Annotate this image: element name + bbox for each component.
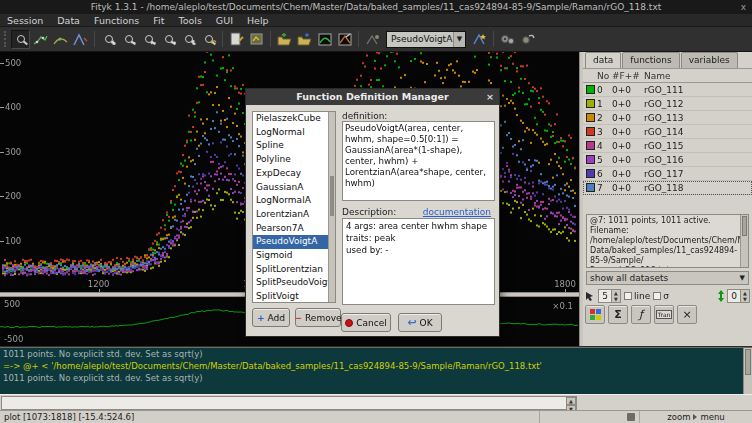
zoom-right-button[interactable]: →: [159, 30, 178, 49]
console-scrollbar[interactable]: [743, 348, 752, 394]
function-edit-button[interactable]: ƒ: [631, 305, 651, 324]
auto-add-peak-button-disabled[interactable]: [363, 30, 382, 49]
edit-script-button[interactable]: [227, 30, 246, 49]
transform-data-button[interactable]: Tran: [654, 305, 674, 324]
point-size-spinner[interactable]: 5 ▲▼: [598, 289, 621, 303]
command-history-spinner[interactable]: ▲▼: [566, 397, 576, 409]
function-list-item[interactable]: LogNormalA: [253, 194, 335, 208]
dialog-close-button[interactable]: ×: [486, 89, 494, 105]
info-scrollbar-thumb[interactable]: [742, 216, 747, 236]
function-type-list[interactable]: PielaszekCubeLogNormalSplinePolylineExpD…: [252, 111, 336, 303]
menu-item-gui[interactable]: GUI: [209, 14, 240, 27]
dialog-title: Function Definition Manager: [296, 91, 448, 102]
window-close-button[interactable]: x: [741, 0, 746, 14]
documentation-link[interactable]: documentation: [423, 207, 491, 217]
menu-item-tools[interactable]: Tools: [171, 14, 208, 27]
combo-dropdown-arrow-icon[interactable]: ▼: [453, 32, 465, 47]
dataset-fcount: 0+0: [612, 169, 644, 179]
sigma-checkbox[interactable]: σ: [653, 291, 669, 301]
line-checkbox-box[interactable]: [624, 292, 632, 300]
function-list-item[interactable]: GaussianA: [253, 181, 335, 195]
table-row[interactable]: 50+0rGO_116: [583, 153, 752, 167]
add-peak-button[interactable]: [470, 30, 489, 49]
table-row[interactable]: 30+0rGO_114: [583, 125, 752, 139]
command-input[interactable]: [1, 396, 577, 410]
function-type-combo[interactable]: PseudoVoigtA ▼: [386, 31, 466, 48]
function-list-item[interactable]: LorentzianA: [253, 208, 335, 222]
history-up-icon[interactable]: ▲: [566, 397, 576, 405]
tab-functions[interactable]: functions: [622, 52, 679, 68]
table-row[interactable]: 60+0rGO_117: [583, 167, 752, 181]
function-list-item[interactable]: LogNormal: [253, 126, 335, 140]
ok-button[interactable]: ↩OK: [398, 313, 442, 332]
zoom-previous-button[interactable]: ↶: [199, 30, 218, 49]
fit-undo-button[interactable]: [518, 30, 537, 49]
spin-down-icon[interactable]: ▼: [741, 296, 749, 302]
cancel-button[interactable]: Cancel: [341, 313, 391, 332]
function-list-item[interactable]: SplitVoigt: [253, 290, 335, 303]
menu-item-fit[interactable]: Fit: [146, 14, 171, 27]
tab-variables[interactable]: variables: [681, 52, 738, 68]
menu-item-data[interactable]: Data: [50, 14, 87, 27]
table-row[interactable]: 20+0rGO_113: [583, 111, 752, 125]
color-grid-icon: [590, 309, 601, 320]
dataset-colors-button[interactable]: [585, 305, 605, 324]
definition-textarea[interactable]: PseudoVoigtA(area, center, hwhm, shape=0…: [342, 121, 495, 201]
status-menu-label[interactable]: menu: [700, 412, 724, 422]
function-list-scrollbar[interactable]: [328, 112, 335, 302]
status-bar: plot [1073:1818] [-15.4:524.6] zoom menu: [0, 410, 752, 423]
table-row[interactable]: 00+0rGO_111: [583, 83, 752, 97]
function-list-item[interactable]: Polyline: [253, 153, 335, 167]
shift-spinner[interactable]: 0 ▲▼: [727, 289, 750, 303]
tab-data[interactable]: data: [585, 52, 621, 68]
function-list-item[interactable]: Pearson7A: [253, 222, 335, 236]
add-function-button[interactable]: +Add: [252, 308, 290, 327]
output-console[interactable]: 1011 points. No explicit std. dev. Set a…: [0, 347, 752, 394]
plot-settings-button[interactable]: [315, 30, 334, 49]
zoom-left-button[interactable]: ←: [139, 30, 158, 49]
info-scrollbar[interactable]: [740, 215, 748, 267]
zoom-in-button[interactable]: +: [99, 30, 118, 49]
spin-down-icon[interactable]: ▼: [612, 296, 620, 302]
zoom-mode-button[interactable]: [11, 30, 30, 49]
function-list-item[interactable]: PseudoVoigtA: [253, 235, 335, 249]
sum-datasets-button[interactable]: Σ: [608, 305, 628, 324]
delete-dataset-button[interactable]: ×: [677, 305, 697, 324]
mouse-hint-icon: [627, 413, 635, 421]
table-row[interactable]: 70+0rGO_118: [583, 181, 752, 195]
datasets-view-dropdown[interactable]: show all datasets ▼: [586, 271, 749, 285]
menu-item-help[interactable]: Help: [240, 14, 276, 27]
info-line: Data/baked_samples/11_cas924894-85-9/Sam…: [590, 246, 738, 266]
function-list-item[interactable]: SplitLorentzian: [253, 263, 335, 277]
function-list-item[interactable]: Sigmoid: [253, 249, 335, 263]
sigma-sum-icon: Σ: [614, 308, 622, 321]
fit-run-button[interactable]: [498, 30, 517, 49]
status-zoom-label[interactable]: zoom: [667, 412, 690, 422]
open-recent-data-button[interactable]: [295, 30, 314, 49]
dataset-color-swatch: [583, 183, 597, 192]
zoom-out-button[interactable]: −: [119, 30, 138, 49]
open-data-button[interactable]: [275, 30, 294, 49]
plot-export-button[interactable]: [335, 30, 354, 49]
table-row[interactable]: 40+0rGO_115: [583, 139, 752, 153]
shift-value: 0: [728, 290, 740, 302]
dialog-title-bar[interactable]: Function Definition Manager ×: [246, 89, 499, 105]
line-checkbox[interactable]: line: [624, 291, 650, 301]
function-list-item[interactable]: PielaszekCube: [253, 112, 335, 126]
data-range-mode-button[interactable]: [31, 30, 50, 49]
console-scrollbar-thumb[interactable]: [745, 349, 751, 375]
function-list-scrollbar-thumb[interactable]: [330, 176, 334, 216]
plot-arrow-icon: [338, 33, 352, 46]
zoom-vertical-button[interactable]: ↑: [179, 30, 198, 49]
menu-item-session[interactable]: Session: [0, 14, 50, 27]
background-mode-button[interactable]: [51, 30, 70, 49]
function-list-item[interactable]: ExpDecay: [253, 167, 335, 181]
add-peak-mode-button[interactable]: [71, 30, 90, 49]
table-row[interactable]: 10+0rGO_112: [583, 97, 752, 111]
menu-item-functions[interactable]: Functions: [87, 14, 146, 27]
sigma-checkbox-box[interactable]: [653, 292, 661, 300]
function-list-item[interactable]: Spline: [253, 139, 335, 153]
remove-function-button[interactable]: −Remove: [295, 308, 341, 327]
session-settings-button[interactable]: [247, 30, 266, 49]
function-list-item[interactable]: SplitPseudoVoigt: [253, 276, 335, 290]
